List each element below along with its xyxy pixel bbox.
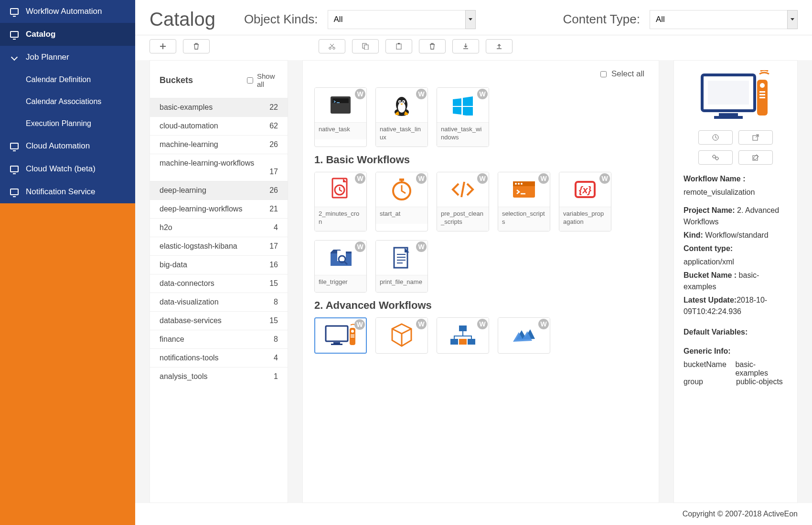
bucket-item[interactable]: database-services15 (150, 311, 288, 330)
delete-bucket-button[interactable] (183, 39, 210, 53)
card-label: start_at (376, 207, 427, 224)
card-label: native_task_windows (437, 122, 489, 147)
sidebar-item-notification-service[interactable]: Notification Service (0, 180, 135, 203)
bucket-item[interactable]: analysis_tools1 (150, 367, 288, 386)
workflow-card[interactable]: Wfile_trigger (314, 240, 367, 293)
show-all-checkbox[interactable] (247, 77, 253, 84)
svg-point-53 (713, 155, 716, 158)
svg-rect-43 (708, 81, 749, 105)
card-thumbnail: W (376, 241, 427, 275)
workflow-card[interactable]: W (437, 317, 489, 354)
bucket-item[interactable]: machine-learning-workflows17 (150, 154, 288, 181)
workflow-card[interactable]: Wnative_task_linux (375, 87, 428, 147)
workflow-badge-icon: W (538, 319, 549, 329)
bucket-name: data-visualization (160, 298, 219, 306)
sidebar-item-execution-planning[interactable]: Execution Planning (0, 113, 135, 135)
object-kinds-label: Object Kinds: (244, 12, 318, 27)
card-thumbnail: W (376, 88, 427, 122)
add-bucket-button[interactable] (150, 39, 176, 53)
bucket-name: deep-learning (160, 186, 206, 195)
sidebar-item-cloud-automation[interactable]: Cloud Automation (0, 135, 135, 158)
generic-info-label: Generic Info: (684, 347, 788, 356)
bucket-item[interactable]: elastic-logstash-kibana17 (150, 237, 288, 255)
svg-rect-38 (459, 326, 467, 331)
bucket-count: 17 (160, 168, 278, 176)
sidebar-item-workflow-automation[interactable]: Workflow Automation (0, 0, 135, 23)
card-thumbnail: W (315, 241, 366, 275)
top-filter-bar: Catalog Object Kinds: All Content Type: … (135, 0, 812, 35)
paste-button[interactable] (385, 39, 412, 53)
card-label: variables_propagation (559, 207, 611, 231)
detail-open-button[interactable] (738, 130, 773, 145)
sidebar-item-label: Execution Planning (26, 119, 91, 128)
workflow-name-label: Workflow Name : (684, 175, 746, 183)
object-kinds-select[interactable]: All (328, 10, 476, 29)
svg-rect-5 (398, 43, 400, 44)
detail-settings-button[interactable] (698, 150, 733, 165)
bucket-count: 8 (274, 335, 278, 344)
sidebar-item-catalog[interactable]: Catalog (0, 23, 135, 46)
bucket-item[interactable]: finance8 (150, 330, 288, 348)
copy-button[interactable] (352, 39, 379, 53)
card-thumbnail: W (315, 172, 366, 207)
card-label: file_trigger (315, 275, 366, 292)
workflow-card[interactable]: Wselection_scripts (498, 172, 550, 231)
workflow-card[interactable]: Wpre_post_clean_scripts (437, 172, 489, 231)
detail-edit-button[interactable] (738, 150, 773, 165)
bucket-item[interactable]: cloud-automation62 (150, 116, 288, 135)
svg-rect-36 (351, 335, 354, 336)
workflow-card[interactable]: Wnative_task_windows (437, 87, 489, 147)
workflow-name-value: remote_visulalization (684, 187, 788, 198)
workflow-card[interactable]: Wstart_at (375, 172, 428, 231)
sidebar-item-calendar-definition[interactable]: Calendar Definition (0, 69, 135, 91)
action-toolbar (135, 35, 812, 60)
svg-rect-3 (364, 45, 368, 50)
workflow-badge-icon: W (477, 173, 488, 184)
bucket-item[interactable]: notifications-tools4 (150, 348, 288, 367)
content-type-select[interactable]: All (650, 10, 798, 29)
workflow-card[interactable]: Wnative_task (314, 87, 367, 147)
svg-rect-19 (401, 181, 403, 183)
workflow-badge-icon: W (538, 173, 549, 184)
sidebar-item-label: Cloud Watch (beta) (26, 164, 96, 174)
workflow-card[interactable]: W2_minutes_cron (314, 172, 367, 231)
kind-label: Kind: (684, 231, 703, 239)
bucket-item[interactable]: deep-learning-workflows21 (150, 200, 288, 218)
generic-info-value: public-objects (736, 378, 783, 386)
workflow-badge-icon: W (416, 89, 427, 99)
bucket-count: 1 (274, 372, 278, 381)
workflow-card[interactable]: Wprint_file_name (375, 240, 428, 293)
select-all-checkbox[interactable] (600, 71, 607, 77)
bucket-name: data-connectors (160, 279, 214, 288)
workflow-badge-icon: W (355, 173, 365, 184)
bucket-item[interactable]: machine-learning26 (150, 135, 288, 154)
card-thumbnail: W (498, 172, 550, 207)
cut-button[interactable] (319, 39, 345, 53)
detail-history-button[interactable] (698, 130, 733, 145)
delete-item-button[interactable] (419, 39, 446, 53)
sidebar-item-cloud-watch-beta-[interactable]: Cloud Watch (beta) (0, 158, 135, 180)
upload-button[interactable] (486, 39, 513, 53)
workflow-card[interactable]: {x}Wvariables_propagation (559, 172, 611, 231)
bucket-item[interactable]: data-connectors15 (150, 274, 288, 293)
workflow-card[interactable]: W (375, 317, 428, 354)
bucket-item[interactable]: h2o4 (150, 218, 288, 237)
card-thumbnail: {x}W (559, 172, 611, 207)
generic-info-key: bucketName (684, 360, 735, 378)
workflow-card[interactable]: W (498, 317, 550, 354)
svg-rect-41 (459, 339, 467, 345)
show-all-toggle[interactable]: Show all (247, 72, 278, 88)
bucket-count: 16 (269, 261, 278, 269)
bucket-name: machine-learning (160, 140, 218, 149)
sidebar-item-calendar-associations[interactable]: Calendar Associations (0, 91, 135, 113)
card-label: native_task_linux (376, 122, 427, 147)
workflow-card[interactable]: W (314, 317, 367, 354)
bucket-item[interactable]: deep-learning26 (150, 181, 288, 200)
workflow-badge-icon: W (416, 242, 427, 252)
bucket-item[interactable]: data-visualization8 (150, 293, 288, 311)
bucket-item[interactable]: big-data16 (150, 255, 288, 274)
svg-rect-40 (468, 339, 475, 345)
bucket-item[interactable]: basic-examples22 (150, 98, 288, 116)
sidebar-item-job-planner[interactable]: Job Planner (0, 46, 135, 69)
download-button[interactable] (452, 39, 479, 53)
